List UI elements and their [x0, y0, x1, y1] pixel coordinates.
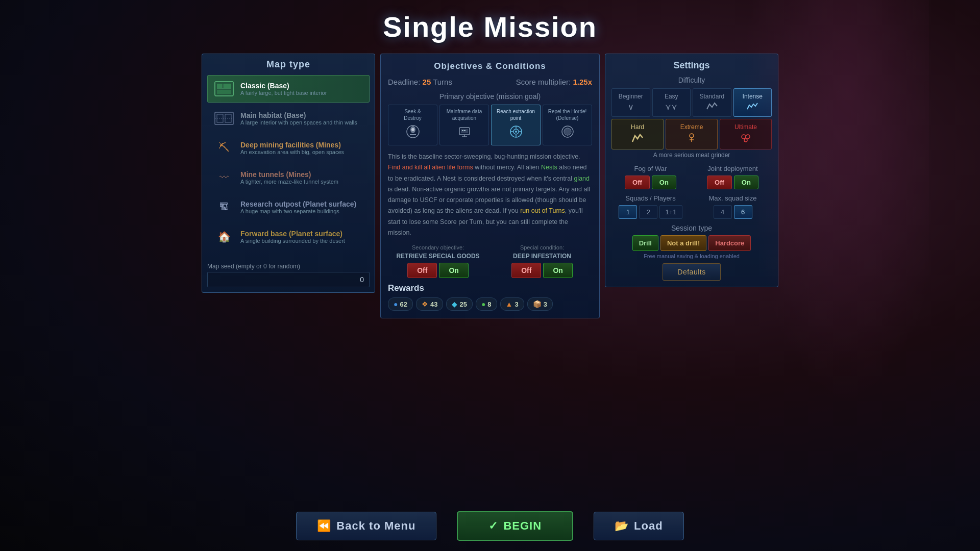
reward-val-6: 3	[544, 300, 547, 308]
joint-label: Joint deployment	[694, 165, 772, 172]
map-type-header: Map type	[207, 59, 370, 70]
score-value: 1.25x	[573, 78, 592, 86]
special-on-btn[interactable]: On	[543, 263, 572, 278]
session-label: Session type	[611, 224, 772, 232]
map-item-mine-tunnels[interactable]: 〰 Mine tunnels (Mines) A tighter, more m…	[207, 164, 370, 191]
map-type-panel: Map type Classic (Base) A fairly large, …	[202, 54, 375, 293]
svg-point-34	[744, 139, 747, 142]
defaults-button[interactable]: Defaults	[663, 263, 720, 281]
reward-icon-4: ●	[481, 300, 485, 308]
squads-label: Squads / Players	[611, 194, 690, 202]
objectives-header: Objectives & Conditions	[388, 61, 592, 71]
joint-on-btn[interactable]: On	[734, 176, 758, 189]
joint-off-btn[interactable]: Off	[707, 176, 732, 189]
map-item-forward-base[interactable]: 🏠 Forward base (Planet surface) A single…	[207, 223, 370, 251]
obj-mainframe[interactable]: Mainframe dataacquisition	[439, 105, 489, 145]
reward-val-4: 8	[487, 300, 491, 308]
special-label: Special condition:	[492, 244, 592, 251]
back-icon: ⏪	[317, 519, 331, 533]
map-name-main-habitat: Main habitat (Base)	[240, 111, 364, 119]
secondary-objective-box: Secondary objective: RETRIEVE SPECIAL GO…	[388, 244, 488, 278]
reward-val-1: 62	[400, 300, 407, 308]
joint-deployment-col: Joint deployment Off On	[694, 165, 772, 189]
map-item-deep-mining[interactable]: ⛏ Deep mining facilities (Mines) An exca…	[207, 134, 370, 162]
fog-off-btn[interactable]: Off	[625, 176, 650, 189]
difficulty-label: Difficulty	[611, 76, 772, 84]
secondary-off-btn[interactable]: Off	[407, 263, 437, 278]
map-icon-research-outpost: 🏗	[213, 198, 235, 216]
svg-rect-1	[217, 84, 222, 88]
svg-rect-18	[462, 130, 463, 131]
map-desc-research-outpost: A huge map with two separate buildings	[240, 208, 364, 214]
map-icon-deep-mining: ⛏	[213, 139, 235, 157]
map-icon-forward-base: 🏠	[213, 228, 235, 246]
reward-val-3: 25	[459, 300, 467, 308]
secondary-on-btn[interactable]: On	[439, 263, 468, 278]
squad-2-btn[interactable]: 2	[639, 205, 657, 219]
special-name: DEEP INFESTATION	[492, 253, 592, 260]
map-desc-mine-tunnels: A tighter, more maze-like tunnel system	[240, 179, 364, 185]
reward-icon-3: ◆	[452, 300, 457, 308]
secondary-label: Secondary objective:	[388, 244, 488, 251]
maxsquad-6-btn[interactable]: 6	[734, 205, 752, 219]
diff-easy[interactable]: Easy ⋎⋎	[652, 88, 691, 117]
objectives-panel: Objectives & Conditions Deadline: 25 Tur…	[380, 54, 600, 318]
map-item-research-outpost[interactable]: 🏗 Research outpost (Planet surface) A hu…	[207, 193, 370, 221]
special-condition-box: Special condition: DEEP INFESTATION Off …	[492, 244, 592, 278]
svg-point-33	[746, 135, 750, 139]
begin-button[interactable]: ✓ BEGIN	[457, 511, 573, 541]
reward-3: ◆ 25	[446, 297, 472, 311]
session-hardcore-btn[interactable]: Hardcore	[708, 235, 751, 251]
map-icon-main-habitat	[213, 109, 235, 128]
session-notdrill-btn[interactable]: Not a drill!	[660, 235, 706, 251]
maxsquad-4-btn[interactable]: 4	[714, 205, 732, 219]
map-name-classic: Classic (Base)	[240, 82, 364, 90]
map-item-classic[interactable]: Classic (Base) A fairly large, but tight…	[207, 75, 370, 103]
svg-point-29	[690, 134, 694, 138]
squad-1plus1-btn[interactable]: 1+1	[659, 205, 682, 219]
reward-6: 📦 3	[527, 297, 553, 311]
obj-repel-horde[interactable]: Repel the Horde!(Defense)	[543, 105, 592, 145]
rewards-label: Rewards	[388, 283, 592, 293]
diff-extreme[interactable]: Extreme	[666, 119, 718, 149]
rewards-row: ● 62 ❖ 43 ◆ 25 ● 8 ▲ 3 📦 3	[388, 297, 592, 311]
reward-5: ▲ 3	[500, 297, 524, 311]
map-name-research-outpost: Research outpost (Planet surface)	[240, 200, 364, 208]
svg-rect-3	[217, 90, 231, 94]
obj-seek-destroy[interactable]: Seek &Destroy	[388, 105, 437, 145]
map-item-main-habitat[interactable]: Main habitat (Base) A large interior wit…	[207, 105, 370, 132]
map-desc-forward-base: A single building surrounded by the dese…	[240, 238, 364, 244]
reward-icon-2: ❖	[422, 300, 428, 308]
reward-icon-6: 📦	[533, 300, 542, 308]
settings-panel: Settings Difficulty Beginner ∨ Easy ⋎⋎ S…	[605, 54, 778, 287]
map-desc-deep-mining: An excavation area with big, open spaces	[240, 149, 364, 155]
map-desc-main-habitat: A large interior with open spaces and th…	[240, 119, 364, 126]
special-off-btn[interactable]: Off	[511, 263, 541, 278]
obj-reach-extraction[interactable]: Reach extractionpoint	[491, 105, 541, 145]
fog-on-btn[interactable]: On	[652, 176, 676, 189]
map-seed-label: Map seed (empty or 0 for random)	[207, 263, 370, 270]
objectives-grid: Seek &Destroy Mainframe dataacquisition	[388, 105, 592, 145]
reward-icon-1: ●	[394, 300, 398, 308]
score-label: Score multiplier:	[516, 78, 571, 86]
squad-1-btn[interactable]: 1	[619, 205, 637, 219]
reward-val-5: 3	[514, 300, 518, 308]
reward-icon-5: ▲	[506, 300, 513, 308]
session-drill-btn[interactable]: Drill	[632, 235, 658, 251]
diff-standard[interactable]: Standard	[693, 88, 731, 117]
deadline-unit: Turns	[433, 78, 452, 86]
fog-war-col: Fog of War Off On	[611, 165, 690, 189]
map-seed-input[interactable]	[207, 272, 370, 287]
load-button[interactable]: 📂 Load	[594, 512, 684, 540]
map-name-mine-tunnels: Mine tunnels (Mines)	[240, 170, 364, 179]
back-to-menu-button[interactable]: ⏪ Back to Menu	[296, 512, 436, 540]
diff-intense[interactable]: Intense	[733, 88, 772, 117]
map-desc-classic: A fairly large, but tight base interior	[240, 90, 364, 96]
diff-beginner[interactable]: Beginner ∨	[611, 88, 650, 117]
primary-obj-label: Primary objective (mission goal)	[388, 92, 592, 101]
map-icon-classic	[213, 80, 235, 98]
reward-1: ● 62	[388, 297, 413, 311]
diff-hard[interactable]: Hard	[611, 119, 664, 149]
bottom-bar: ⏪ Back to Menu ✓ BEGIN 📂 Load	[0, 511, 980, 541]
diff-ultimate[interactable]: Ultimate	[720, 119, 772, 149]
